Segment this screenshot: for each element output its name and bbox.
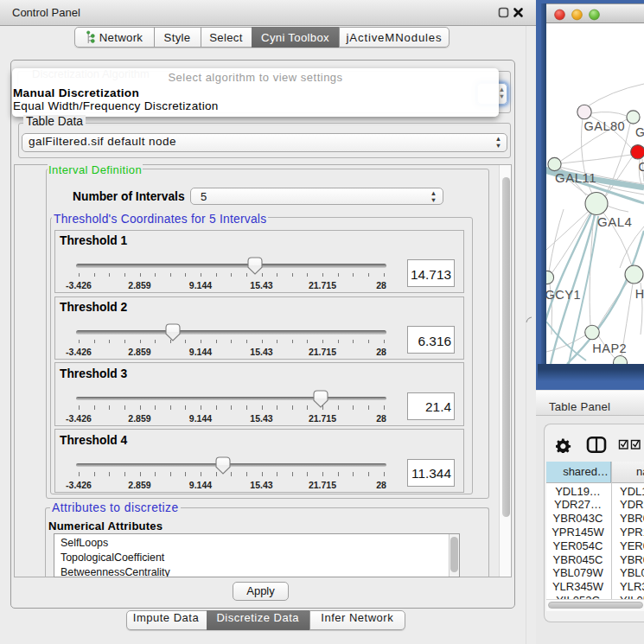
svg-text:H: H	[635, 287, 644, 301]
svg-text:GCY1: GCY1	[546, 288, 581, 302]
svg-text:HAP2: HAP2	[592, 341, 627, 355]
svg-text:GA: GA	[635, 125, 644, 139]
svg-text:GAL80: GAL80	[584, 119, 626, 133]
svg-text:GAL11: GAL11	[555, 170, 596, 185]
svg-text:GAL4: GAL4	[597, 214, 632, 229]
svg-text:C: C	[639, 160, 644, 174]
